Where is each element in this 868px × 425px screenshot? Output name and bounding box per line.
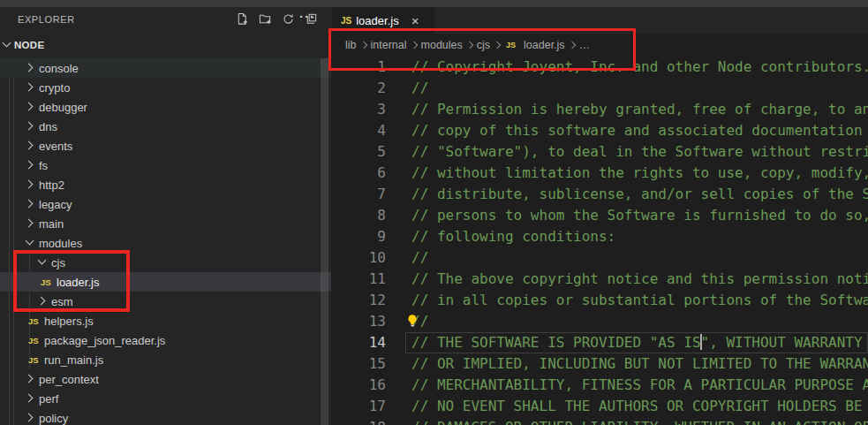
tree-item-crypto[interactable]: crypto: [0, 78, 331, 97]
code-line-8[interactable]: 8// persons to whom the Software is furn…: [331, 205, 868, 226]
tree-item-package-json-reader-js[interactable]: JSpackage_json_reader.js: [0, 330, 331, 350]
chevron-right-icon: [568, 41, 577, 49]
line-number: 4: [331, 120, 386, 141]
explorer-title: EXPLORER: [18, 14, 75, 25]
refresh-icon[interactable]: [281, 11, 296, 27]
explorer-sidebar: EXPLORER ··· NODE consolecryptodebuggerd…: [0, 7, 331, 425]
line-number: 12: [331, 290, 386, 311]
code-line-17[interactable]: 17// NO EVENT SHALL THE AUTHORS OR COPYR…: [331, 396, 868, 417]
line-number: 7: [331, 184, 386, 205]
breadcrumb-item--[interactable]: …: [579, 39, 591, 51]
chevron-right-icon: [23, 216, 37, 231]
collapse-all-icon[interactable]: [304, 11, 319, 27]
line-text: // THE SOFTWARE IS PROVIDED "AS IS", WIT…: [411, 332, 868, 353]
new-folder-icon[interactable]: [258, 11, 273, 27]
tree-item-label: package_json_reader.js: [44, 334, 165, 347]
line-number: 9: [331, 226, 386, 247]
chevron-right-icon: [23, 100, 37, 114]
line-number: 10: [331, 247, 386, 269]
code-editor[interactable]: 1// Copyright Joyent, Inc. and other Nod…: [331, 57, 868, 425]
line-number: 15: [331, 353, 386, 375]
code-line-3[interactable]: 3// Permission is hereby granted, free o…: [331, 99, 868, 120]
code-line-15[interactable]: 15// OR IMPLIED, INCLUDING BUT NOT LIMIT…: [331, 353, 868, 375]
tree-item-label: crypto: [39, 81, 70, 95]
tree-item-perf[interactable]: perf: [0, 389, 331, 408]
tree-item-helpers-js[interactable]: JShelpers.js: [0, 311, 331, 330]
tree-item-label: policy: [39, 412, 68, 425]
line-text: // DAMAGES OR OTHER LIABILITY, WHETHER I…: [411, 417, 868, 425]
tree-item-console[interactable]: console: [0, 58, 331, 78]
tree-item-run-main-js[interactable]: JSrun_main.js: [0, 350, 331, 369]
code-line-16[interactable]: 16// MERCHANTABILITY, FITNESS FOR A PART…: [331, 375, 868, 396]
tree-item-http2[interactable]: http2: [0, 175, 331, 194]
quick-fix-lightbulb-icon[interactable]: [405, 314, 419, 328]
breadcrumb-item-lib[interactable]: lib: [345, 39, 357, 51]
breadcrumb-item-cjs[interactable]: cjs: [477, 39, 490, 51]
breadcrumb-item-internal[interactable]: internal: [371, 39, 407, 51]
tree-item-label: main: [39, 217, 64, 231]
code-line-18[interactable]: 18// DAMAGES OR OTHER LIABILITY, WHETHER…: [331, 417, 868, 425]
section-header-node[interactable]: NODE: [0, 32, 331, 58]
tree-item-label: modules: [39, 237, 82, 250]
tree-item-esm[interactable]: esm: [0, 292, 331, 311]
code-line-11[interactable]: 11// The above copyright notice and this…: [331, 269, 868, 290]
js-file-icon: JS: [341, 16, 351, 26]
new-file-icon[interactable]: [235, 11, 250, 27]
code-line-1[interactable]: 1// Copyright Joyent, Inc. and other Nod…: [331, 57, 868, 78]
chevron-right-icon: [23, 178, 37, 192]
line-text: // following conditions:: [411, 226, 615, 247]
code-line-14[interactable]: 14// THE SOFTWARE IS PROVIDED "AS IS", W…: [331, 332, 868, 353]
breadcrumb-item-modules[interactable]: modules: [421, 39, 463, 51]
tree-item-per-context[interactable]: per_context: [0, 369, 331, 389]
code-line-2[interactable]: 2//: [331, 78, 868, 99]
tree-item-label: http2: [39, 178, 64, 192]
tree-item-label: legacy: [39, 198, 72, 211]
chevron-right-icon: [23, 61, 37, 75]
breadcrumb: libinternalmodulescjsJSloader.js…: [331, 34, 868, 57]
line-number: 5: [331, 141, 386, 163]
chevron-right-icon: [23, 158, 37, 172]
js-file-icon: JS: [28, 355, 42, 365]
code-line-4[interactable]: 4// copy of this software and associated…: [331, 120, 868, 141]
tree-item-legacy[interactable]: legacy: [0, 194, 331, 214]
tree-item-debugger[interactable]: debugger: [0, 97, 331, 117]
tree-item-loader-js[interactable]: JSloader.js: [0, 272, 331, 292]
code-line-5[interactable]: 5// "Software"), to deal in the Software…: [331, 141, 868, 163]
tree-item-policy[interactable]: policy: [0, 408, 331, 425]
chevron-right-icon: [23, 80, 37, 95]
line-text: // OR IMPLIED, INCLUDING BUT NOT LIMITED…: [411, 353, 868, 375]
tree-item-label: run_main.js: [44, 353, 103, 367]
tree-item-dns[interactable]: dns: [0, 117, 331, 136]
code-line-9[interactable]: 9// following conditions:: [331, 226, 868, 247]
chevron-right-icon: [410, 41, 419, 49]
chevron-right-icon: [23, 119, 37, 133]
tree-item-events[interactable]: events: [0, 136, 331, 156]
tree-item-label: esm: [51, 295, 73, 308]
line-number: 6: [331, 163, 386, 184]
js-file-icon: JS: [28, 336, 42, 345]
line-number: 14: [331, 332, 386, 353]
code-line-6[interactable]: 6// without limitation the rights to use…: [331, 163, 868, 184]
line-text: // distribute, sublicense, and/or sell c…: [411, 184, 868, 205]
tree-item-cjs[interactable]: cjs: [0, 253, 331, 272]
code-line-10[interactable]: 10//: [331, 247, 868, 269]
tree-item-label: loader.js: [57, 276, 99, 289]
sidebar-scrollbar[interactable]: [321, 58, 328, 425]
tab-loader-js[interactable]: JS loader.js ×: [332, 7, 434, 34]
close-icon[interactable]: ×: [411, 14, 419, 27]
line-number: 17: [331, 396, 386, 417]
chevron-down-icon: [0, 38, 14, 52]
tree-item-fs[interactable]: fs: [0, 156, 331, 175]
code-line-12[interactable]: 12// in all copies or substantial portio…: [331, 290, 868, 311]
tree-item-modules[interactable]: modules: [0, 233, 331, 253]
vscode-window: EXPLORER ··· NODE consolecryptodebuggerd…: [0, 0, 868, 425]
breadcrumb-item-loader-js[interactable]: loader.js: [524, 39, 565, 51]
line-text: // "Software"), to deal in the Software …: [411, 141, 868, 163]
chevron-right-icon: [23, 411, 37, 425]
code-line-7[interactable]: 7// distribute, sublicense, and/or sell …: [331, 184, 868, 205]
tab-label: loader.js: [356, 14, 398, 27]
tree-item-label: console: [39, 62, 79, 75]
chevron-right-icon: [23, 139, 37, 153]
tree-item-main[interactable]: main: [0, 214, 331, 233]
line-text: // without limitation the rights to use,…: [411, 163, 868, 184]
